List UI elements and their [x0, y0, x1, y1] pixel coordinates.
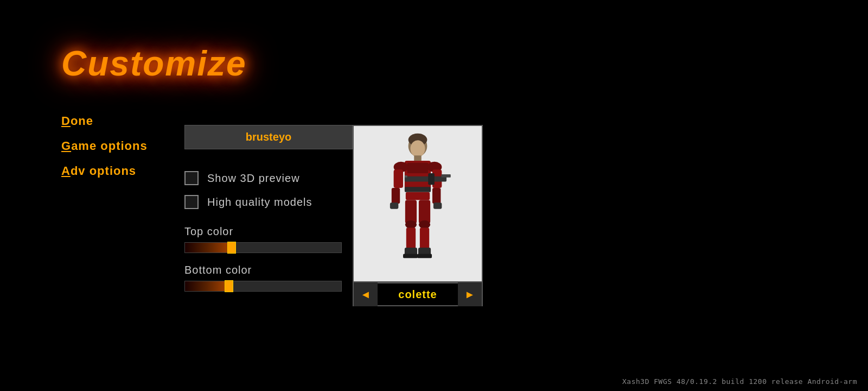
top-color-slider[interactable] [184, 242, 342, 253]
character-figure [374, 130, 461, 277]
bottom-color-slider-track [185, 281, 229, 291]
svg-rect-28 [390, 203, 398, 209]
svg-rect-6 [405, 187, 431, 192]
show-3d-preview-checkbox[interactable] [184, 171, 199, 185]
svg-rect-29 [433, 203, 442, 209]
svg-rect-12 [432, 188, 441, 204]
svg-point-20 [405, 220, 417, 229]
character-nav: ◄ colette ► [353, 282, 483, 306]
svg-rect-3 [414, 155, 422, 161]
svg-rect-23 [420, 228, 429, 249]
sidebar-item-adv-options[interactable]: Adv options [61, 164, 148, 178]
svg-rect-17 [406, 192, 430, 200]
svg-rect-25 [403, 254, 418, 258]
version-info: Xash3D FWGS 48/0.19.2 build 1200 release… [622, 377, 857, 386]
svg-rect-14 [428, 173, 435, 185]
high-quality-models-checkbox[interactable] [184, 195, 199, 209]
top-color-slider-track [185, 243, 232, 253]
sidebar-item-game-options[interactable]: Game options [61, 139, 148, 153]
high-quality-models-label: High quality models [207, 196, 312, 209]
sidebar-item-done[interactable]: Done [61, 114, 148, 128]
svg-rect-5 [407, 163, 429, 173]
character-panel: ◄ colette ► [353, 125, 483, 306]
bottom-color-slider-thumb[interactable] [225, 280, 233, 292]
svg-point-2 [411, 140, 425, 157]
character-image-box [353, 125, 483, 282]
svg-rect-22 [406, 228, 416, 249]
svg-point-21 [419, 220, 430, 229]
bottom-color-slider[interactable] [184, 281, 342, 292]
svg-rect-10 [392, 188, 400, 204]
svg-rect-15 [405, 175, 407, 178]
show-3d-preview-label: Show 3D preview [207, 172, 300, 185]
svg-rect-9 [394, 169, 403, 188]
svg-rect-16 [441, 174, 450, 178]
svg-rect-18 [405, 200, 417, 223]
character-prev-button[interactable]: ◄ [354, 282, 378, 306]
top-color-slider-thumb[interactable] [227, 242, 236, 254]
svg-rect-27 [417, 254, 432, 258]
svg-rect-19 [419, 200, 430, 223]
svg-rect-13 [405, 176, 446, 182]
character-name: colette [378, 288, 458, 301]
sidebar: Done Game options Adv options [61, 114, 148, 178]
character-next-button[interactable]: ► [458, 282, 482, 306]
player-name-box[interactable]: brusteyo [184, 125, 353, 149]
page-title: Customize [61, 43, 247, 84]
